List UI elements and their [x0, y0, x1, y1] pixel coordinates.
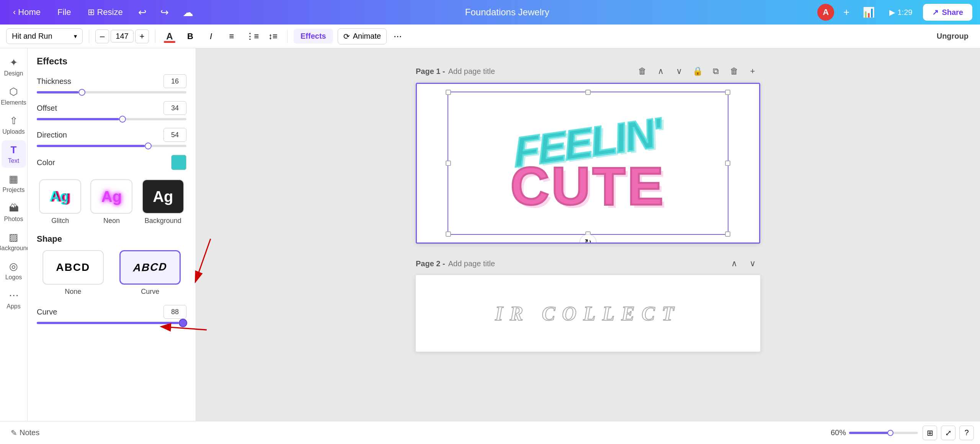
- font-selector[interactable]: Hit and Run ▾: [6, 28, 83, 44]
- add-collaborator-button[interactable]: +: [840, 4, 853, 21]
- offset-track[interactable]: [37, 118, 186, 120]
- page-lock-button[interactable]: 🔒: [690, 64, 705, 79]
- shape-section-title: Shape: [37, 234, 186, 244]
- more-options-button[interactable]: ···: [391, 28, 404, 44]
- page-move-down-button[interactable]: ∨: [671, 64, 687, 79]
- zoom-slider[interactable]: [849, 432, 918, 434]
- shape-none[interactable]: ABCD None: [37, 250, 109, 296]
- thickness-value[interactable]: 16: [163, 74, 186, 88]
- uploads-icon: ⇧: [10, 115, 18, 127]
- style-grid: Ag Ag Ag Glitch Ag Neon Ag Background: [37, 179, 186, 225]
- page-2-header: Page 2 - ∧ ∨: [416, 256, 760, 271]
- curve-thumb-handle[interactable]: [179, 319, 187, 327]
- page-add-button[interactable]: +: [745, 64, 760, 79]
- notes-button[interactable]: ✎ Notes: [6, 426, 44, 440]
- font-name-label: Hit and Run: [12, 32, 52, 41]
- redo-button[interactable]: ↪: [157, 4, 173, 21]
- page-delete-button[interactable]: 🗑: [635, 64, 650, 79]
- page-move-up-button[interactable]: ∧: [653, 64, 668, 79]
- animate-icon: ⟳: [343, 32, 350, 41]
- text-color-button[interactable]: A: [162, 28, 178, 44]
- sidebar-item-logos[interactable]: ◎ Logos: [2, 257, 26, 284]
- curve-track[interactable]: [37, 322, 186, 324]
- home-button[interactable]: ‹ Home: [8, 5, 46, 20]
- color-indicator: [164, 41, 175, 43]
- fullscreen-button[interactable]: ⤢: [941, 426, 956, 440]
- analytics-icon[interactable]: 📊: [859, 4, 879, 21]
- direction-thumb[interactable]: [145, 143, 152, 149]
- canvas-area[interactable]: Page 1 - 🗑 ∧ ∨ 🔒 ⧉ 🗑 +: [196, 48, 980, 421]
- background-icon: ▨: [9, 231, 18, 243]
- page-1-title-input[interactable]: [448, 67, 545, 76]
- color-swatch[interactable]: [171, 155, 186, 170]
- canvas-page-1[interactable]: FEELIN' CUTE ↻ ‹ ›: [416, 83, 760, 244]
- feelin-cute-text-group[interactable]: FEELIN' CUTE: [440, 95, 736, 239]
- help-button[interactable]: ?: [959, 426, 974, 440]
- curve-value[interactable]: 88: [163, 305, 186, 319]
- style-neon[interactable]: Ag Neon: [88, 179, 135, 225]
- style-glitch[interactable]: Ag Ag Ag Glitch: [37, 179, 83, 225]
- sidebar-item-apps[interactable]: ⋯ Apps: [2, 286, 26, 313]
- elements-icon: ⬡: [9, 86, 18, 98]
- apps-label: Apps: [7, 303, 20, 310]
- sidebar-item-photos[interactable]: 🏔 Photos: [2, 198, 26, 226]
- direction-track[interactable]: [37, 145, 186, 147]
- glitch-thumb: Ag Ag Ag: [39, 179, 81, 214]
- page-duplicate-button[interactable]: ⧉: [708, 64, 724, 79]
- sidebar-item-background[interactable]: ▨ Background: [2, 228, 26, 255]
- notes-label: Notes: [20, 428, 39, 437]
- page-1-title-row: Page 1 -: [416, 67, 545, 76]
- thickness-thumb[interactable]: [78, 89, 85, 96]
- p2-move-up[interactable]: ∧: [727, 256, 742, 271]
- offset-value[interactable]: 34: [163, 101, 186, 115]
- offset-fill: [37, 118, 119, 120]
- curve-label: Curve: [141, 288, 159, 296]
- page-trash-button[interactable]: 🗑: [727, 64, 742, 79]
- zoom-thumb[interactable]: [887, 430, 893, 436]
- ungroup-button[interactable]: Ungroup: [931, 29, 974, 44]
- sidebar-item-design[interactable]: ✦ Design: [2, 53, 26, 80]
- resize-button[interactable]: ⊞ Resize: [82, 5, 128, 20]
- font-size-control: – +: [95, 29, 149, 43]
- sidebar-item-elements[interactable]: ⬡ Elements: [2, 82, 26, 110]
- style-background[interactable]: Ag Background: [140, 179, 186, 225]
- italic-button[interactable]: I: [203, 28, 219, 44]
- file-button[interactable]: File: [52, 5, 76, 20]
- direction-value[interactable]: 54: [163, 128, 186, 142]
- font-size-input[interactable]: [111, 30, 134, 43]
- offset-thumb[interactable]: [119, 116, 126, 123]
- thickness-track[interactable]: [37, 91, 186, 93]
- increase-size-button[interactable]: +: [135, 29, 149, 43]
- right-handle[interactable]: ›: [760, 155, 760, 172]
- user-avatar[interactable]: A: [817, 4, 834, 21]
- handle-tr[interactable]: [725, 90, 730, 95]
- canvas-page-2[interactable]: IR COLLECT: [416, 275, 760, 352]
- animate-button[interactable]: ⟳ Animate: [338, 28, 387, 44]
- separator: [89, 29, 89, 43]
- share-button[interactable]: ↗ Share: [923, 4, 972, 21]
- present-button[interactable]: ▶ 1:29: [885, 5, 917, 19]
- effects-button[interactable]: Effects: [294, 29, 333, 44]
- list-button[interactable]: ⋮≡: [244, 28, 260, 44]
- undo-button[interactable]: ↩: [134, 4, 150, 21]
- bold-button[interactable]: B: [182, 28, 198, 44]
- sidebar-item-text[interactable]: T Text: [2, 140, 26, 168]
- sidebar-item-uploads[interactable]: ⇧ Uploads: [2, 111, 26, 139]
- offset-label-row: Offset 34: [37, 101, 186, 115]
- color-row: Color: [37, 155, 186, 170]
- page-1-header: Page 1 - 🗑 ∧ ∨ 🔒 ⧉ 🗑 +: [416, 64, 760, 79]
- left-handle[interactable]: ‹: [416, 155, 416, 172]
- grid-view-button[interactable]: ⊞: [923, 426, 937, 440]
- handle-tl[interactable]: [446, 90, 451, 95]
- shape-curve[interactable]: ABCD Curve: [114, 250, 187, 296]
- logos-icon: ◎: [9, 261, 18, 272]
- spacing-button[interactable]: ↕≡: [265, 28, 281, 44]
- decrease-size-button[interactable]: –: [95, 29, 109, 43]
- handle-tm[interactable]: [585, 90, 591, 95]
- align-button[interactable]: ≡: [224, 28, 240, 44]
- page-2-title-input[interactable]: [448, 259, 545, 268]
- logos-label: Logos: [5, 274, 22, 281]
- p2-move-down[interactable]: ∨: [745, 256, 760, 271]
- effects-panel-title: Effects: [37, 56, 186, 67]
- sidebar-item-projects[interactable]: ▦ Projects: [2, 169, 26, 197]
